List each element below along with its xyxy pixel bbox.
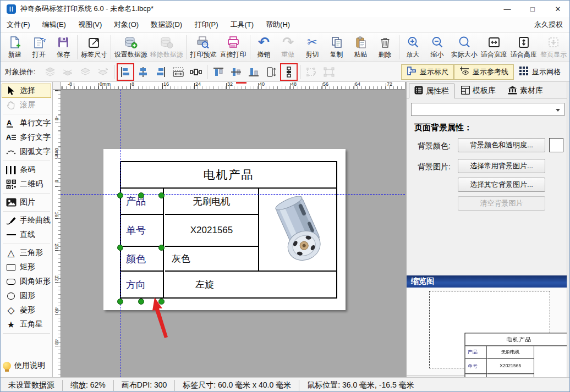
mouse-position-marker bbox=[236, 82, 246, 84]
tool-arc-text[interactable]: 圆弧文字 bbox=[2, 145, 51, 159]
rounded-rect-icon bbox=[5, 276, 17, 287]
tool-line[interactable]: 直线 bbox=[2, 228, 51, 242]
new-button[interactable]: 新建 bbox=[3, 34, 27, 61]
copy-button[interactable]: 复制 bbox=[325, 34, 349, 61]
zoom-in-button[interactable]: 放大 bbox=[401, 34, 425, 61]
tool-circle[interactable]: 圆形 bbox=[2, 289, 51, 303]
label-size-button[interactable]: 标签尺寸 bbox=[79, 34, 109, 61]
tool-freehand-curve[interactable]: 手绘曲线 bbox=[2, 213, 51, 228]
align-middle-icon[interactable] bbox=[228, 64, 244, 80]
close-button[interactable]: ✕ bbox=[545, 1, 570, 17]
direct-print-button[interactable]: 直接打印 bbox=[218, 34, 248, 61]
svg-text:A: A bbox=[6, 133, 12, 141]
menu-tools[interactable]: 工具(T) bbox=[224, 17, 260, 32]
toolbar-separator bbox=[186, 35, 187, 59]
tab-properties[interactable]: 属性栏 bbox=[409, 84, 454, 98]
toolbar-separator bbox=[250, 35, 250, 59]
label-row-value[interactable]: 无刷电机 bbox=[165, 189, 259, 215]
save-floppy-icon bbox=[57, 35, 70, 49]
fit-height-button[interactable]: 适合高度 bbox=[509, 34, 539, 61]
selection-handle[interactable] bbox=[158, 299, 165, 305]
label-row-value[interactable]: X2021565 bbox=[165, 215, 259, 247]
fit-width-icon bbox=[487, 35, 501, 49]
main-toolbar: 新建 打开 保存 标签尺寸 设置数据源 移除数据源 打印预览 直接打印 ↶ 撤销… bbox=[1, 32, 570, 62]
actual-size-button[interactable]: 实际大小 bbox=[450, 34, 479, 61]
distribute-vertical-icon[interactable] bbox=[281, 64, 297, 80]
bg-color-button[interactable]: 背景颜色和透明度... bbox=[458, 138, 545, 152]
motor-photo[interactable] bbox=[259, 189, 336, 272]
tool-star[interactable]: ★ 五角星 bbox=[2, 317, 51, 332]
selection-handle[interactable] bbox=[138, 299, 144, 305]
star-icon: ★ bbox=[5, 319, 17, 330]
selection-handle[interactable] bbox=[158, 192, 165, 198]
menu-object[interactable]: 对象(O) bbox=[108, 17, 145, 32]
tool-multi-line-text[interactable]: A 多行文字 bbox=[2, 130, 51, 145]
show-grid-toggle[interactable]: 显示网格 bbox=[514, 64, 566, 80]
undo-button[interactable]: ↶ 撤销 bbox=[252, 34, 276, 61]
tool-triangle[interactable]: △ 三角形 bbox=[2, 246, 51, 260]
zoom-out-button[interactable]: 缩小 bbox=[425, 34, 450, 61]
panel-scrollbar[interactable] bbox=[567, 82, 570, 377]
selection-handle[interactable] bbox=[117, 192, 123, 198]
align-right-icon[interactable] bbox=[152, 64, 169, 80]
help-button[interactable]: 使用说明 bbox=[3, 361, 45, 371]
status-datasource: 未设置数据源 bbox=[1, 380, 62, 390]
bg-image-clear-button: 清空背景图片 bbox=[458, 196, 545, 211]
align-bottom-icon[interactable] bbox=[245, 64, 262, 80]
design-canvas[interactable]: 电机产品 产品 无刷电机 单号 X2021565 颜色 灰色 方向 左旋 bbox=[61, 90, 405, 377]
tool-qrcode[interactable]: 二维码 bbox=[2, 177, 51, 191]
delete-button[interactable]: 删除 bbox=[373, 34, 397, 61]
tab-template-library[interactable]: 模板库 bbox=[456, 83, 501, 98]
selection-handle[interactable] bbox=[138, 192, 144, 198]
save-button[interactable]: 保存 bbox=[51, 34, 75, 61]
tool-single-line-text[interactable]: A 单行文字 bbox=[2, 116, 51, 130]
bg-image-common-button[interactable]: 选择常用背景图片... bbox=[458, 159, 545, 173]
cut-button[interactable]: ✂ 剪切 bbox=[300, 34, 325, 61]
menu-datasource[interactable]: 数据源(D) bbox=[145, 17, 188, 32]
align-center-horizontal-icon[interactable] bbox=[135, 64, 151, 80]
tool-image[interactable]: 图片 bbox=[2, 195, 51, 209]
menu-file[interactable]: 文件(F) bbox=[1, 17, 36, 32]
label-row-key[interactable]: 颜色 bbox=[121, 247, 164, 272]
minimize-button[interactable]: — bbox=[495, 1, 520, 17]
fit-width-button[interactable]: 适合宽度 bbox=[479, 34, 509, 61]
label-row-key[interactable]: 单号 bbox=[121, 215, 164, 247]
window-controls: — □ ✕ bbox=[495, 1, 570, 17]
menu-help[interactable]: 帮助(H) bbox=[260, 17, 296, 32]
equal-width-icon[interactable] bbox=[170, 64, 187, 80]
align-left-icon[interactable] bbox=[117, 64, 134, 80]
paste-button[interactable]: 粘贴 bbox=[349, 34, 373, 61]
menu-print[interactable]: 打印(P) bbox=[188, 17, 224, 32]
bg-color-swatch[interactable] bbox=[549, 138, 563, 152]
vertical-guide-line[interactable] bbox=[120, 90, 121, 377]
selection-handle[interactable] bbox=[117, 245, 123, 251]
label-row-key[interactable]: 方向 bbox=[121, 272, 164, 297]
maximize-button[interactable]: □ bbox=[520, 1, 545, 17]
label-row-value[interactable]: 灰色 bbox=[165, 247, 259, 272]
set-datasource-button[interactable]: 设置数据源 bbox=[113, 34, 149, 61]
show-guides-toggle[interactable]: 显示参考线 bbox=[454, 64, 514, 80]
horizontal-guide-line[interactable] bbox=[61, 194, 405, 195]
label-row-value[interactable]: 左旋 bbox=[165, 272, 336, 297]
tool-select[interactable]: 选择 bbox=[2, 84, 51, 98]
print-preview-button[interactable]: 打印预览 bbox=[188, 34, 218, 61]
tab-material-library[interactable]: 素材库 bbox=[502, 83, 549, 98]
tool-barcode[interactable]: 条码 bbox=[2, 163, 51, 177]
label-title[interactable]: 电机产品 bbox=[121, 162, 336, 189]
open-button[interactable]: 打开 bbox=[27, 34, 51, 61]
align-top-icon[interactable] bbox=[210, 64, 227, 80]
show-ruler-toggle[interactable]: 显示标尺 bbox=[401, 64, 454, 80]
selection-handle[interactable] bbox=[158, 245, 165, 251]
object-selector-combobox[interactable] bbox=[411, 103, 564, 116]
label-table[interactable]: 电机产品 产品 无刷电机 单号 X2021565 颜色 灰色 方向 左旋 bbox=[120, 161, 337, 299]
bg-image-other-button[interactable]: 选择其它背景图片... bbox=[458, 178, 545, 192]
arc-text-icon bbox=[5, 146, 17, 157]
tool-diamond[interactable]: ◇ 菱形 bbox=[2, 303, 51, 317]
distribute-horizontal-icon[interactable] bbox=[188, 64, 204, 80]
tool-rounded-rectangle[interactable]: 圆角矩形 bbox=[2, 274, 51, 289]
selection-handle[interactable] bbox=[117, 299, 123, 305]
menu-view[interactable]: 视图(V) bbox=[72, 17, 108, 32]
tool-rectangle[interactable]: 矩形 bbox=[2, 260, 51, 274]
menu-edit[interactable]: 编辑(E) bbox=[36, 17, 72, 32]
equal-height-icon[interactable] bbox=[263, 64, 279, 80]
